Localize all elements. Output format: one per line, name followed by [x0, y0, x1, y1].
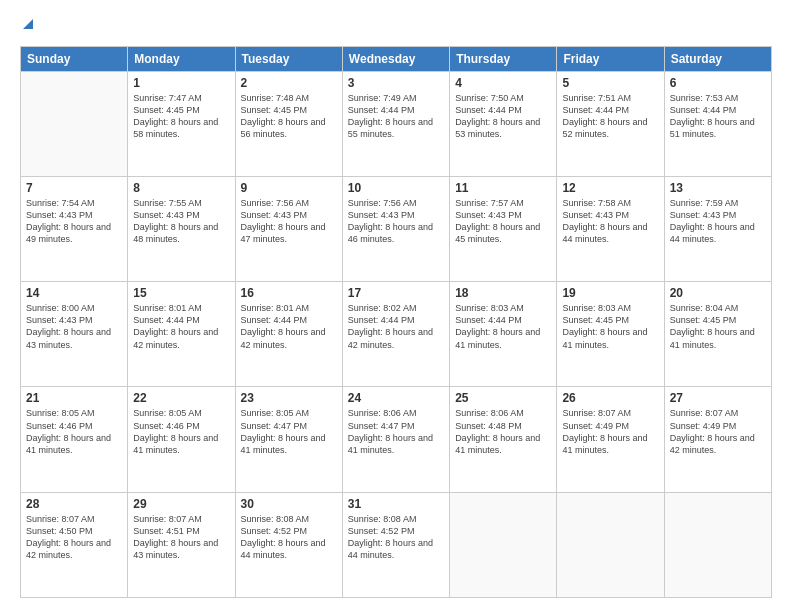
header: [20, 18, 772, 36]
day-info: Sunrise: 7:58 AMSunset: 4:43 PMDaylight:…: [562, 197, 658, 246]
day-number: 28: [26, 497, 122, 511]
day-info: Sunrise: 7:48 AMSunset: 4:45 PMDaylight:…: [241, 92, 337, 141]
day-number: 16: [241, 286, 337, 300]
col-header-saturday: Saturday: [664, 46, 771, 71]
day-number: 1: [133, 76, 229, 90]
day-cell: [664, 492, 771, 597]
day-info: Sunrise: 8:05 AMSunset: 4:46 PMDaylight:…: [133, 407, 229, 456]
day-number: 24: [348, 391, 444, 405]
day-cell: 17Sunrise: 8:02 AMSunset: 4:44 PMDayligh…: [342, 282, 449, 387]
day-info: Sunrise: 8:05 AMSunset: 4:47 PMDaylight:…: [241, 407, 337, 456]
day-cell: 12Sunrise: 7:58 AMSunset: 4:43 PMDayligh…: [557, 176, 664, 281]
day-info: Sunrise: 7:56 AMSunset: 4:43 PMDaylight:…: [241, 197, 337, 246]
week-row-5: 28Sunrise: 8:07 AMSunset: 4:50 PMDayligh…: [21, 492, 772, 597]
day-cell: 29Sunrise: 8:07 AMSunset: 4:51 PMDayligh…: [128, 492, 235, 597]
day-info: Sunrise: 8:03 AMSunset: 4:45 PMDaylight:…: [562, 302, 658, 351]
day-number: 31: [348, 497, 444, 511]
svg-marker-0: [23, 19, 33, 29]
day-cell: 31Sunrise: 8:08 AMSunset: 4:52 PMDayligh…: [342, 492, 449, 597]
week-row-3: 14Sunrise: 8:00 AMSunset: 4:43 PMDayligh…: [21, 282, 772, 387]
logo: [20, 18, 35, 36]
day-number: 13: [670, 181, 766, 195]
day-info: Sunrise: 7:47 AMSunset: 4:45 PMDaylight:…: [133, 92, 229, 141]
day-number: 21: [26, 391, 122, 405]
day-info: Sunrise: 7:53 AMSunset: 4:44 PMDaylight:…: [670, 92, 766, 141]
day-number: 18: [455, 286, 551, 300]
day-cell: [557, 492, 664, 597]
day-info: Sunrise: 7:49 AMSunset: 4:44 PMDaylight:…: [348, 92, 444, 141]
day-cell: 3Sunrise: 7:49 AMSunset: 4:44 PMDaylight…: [342, 71, 449, 176]
col-header-thursday: Thursday: [450, 46, 557, 71]
day-cell: 20Sunrise: 8:04 AMSunset: 4:45 PMDayligh…: [664, 282, 771, 387]
calendar-table: SundayMondayTuesdayWednesdayThursdayFrid…: [20, 46, 772, 598]
day-cell: 16Sunrise: 8:01 AMSunset: 4:44 PMDayligh…: [235, 282, 342, 387]
day-number: 4: [455, 76, 551, 90]
day-number: 20: [670, 286, 766, 300]
day-cell: 13Sunrise: 7:59 AMSunset: 4:43 PMDayligh…: [664, 176, 771, 281]
day-info: Sunrise: 8:08 AMSunset: 4:52 PMDaylight:…: [348, 513, 444, 562]
day-number: 2: [241, 76, 337, 90]
week-row-4: 21Sunrise: 8:05 AMSunset: 4:46 PMDayligh…: [21, 387, 772, 492]
day-info: Sunrise: 8:01 AMSunset: 4:44 PMDaylight:…: [241, 302, 337, 351]
day-info: Sunrise: 8:07 AMSunset: 4:51 PMDaylight:…: [133, 513, 229, 562]
day-number: 6: [670, 76, 766, 90]
week-row-2: 7Sunrise: 7:54 AMSunset: 4:43 PMDaylight…: [21, 176, 772, 281]
day-cell: 10Sunrise: 7:56 AMSunset: 4:43 PMDayligh…: [342, 176, 449, 281]
col-header-monday: Monday: [128, 46, 235, 71]
day-info: Sunrise: 8:06 AMSunset: 4:48 PMDaylight:…: [455, 407, 551, 456]
day-number: 22: [133, 391, 229, 405]
col-header-friday: Friday: [557, 46, 664, 71]
day-info: Sunrise: 7:59 AMSunset: 4:43 PMDaylight:…: [670, 197, 766, 246]
day-number: 19: [562, 286, 658, 300]
day-number: 17: [348, 286, 444, 300]
col-header-tuesday: Tuesday: [235, 46, 342, 71]
day-info: Sunrise: 8:08 AMSunset: 4:52 PMDaylight:…: [241, 513, 337, 562]
day-cell: 23Sunrise: 8:05 AMSunset: 4:47 PMDayligh…: [235, 387, 342, 492]
day-number: 10: [348, 181, 444, 195]
day-info: Sunrise: 7:50 AMSunset: 4:44 PMDaylight:…: [455, 92, 551, 141]
day-cell: 21Sunrise: 8:05 AMSunset: 4:46 PMDayligh…: [21, 387, 128, 492]
day-cell: 27Sunrise: 8:07 AMSunset: 4:49 PMDayligh…: [664, 387, 771, 492]
day-info: Sunrise: 7:54 AMSunset: 4:43 PMDaylight:…: [26, 197, 122, 246]
day-number: 23: [241, 391, 337, 405]
day-info: Sunrise: 8:05 AMSunset: 4:46 PMDaylight:…: [26, 407, 122, 456]
day-cell: 18Sunrise: 8:03 AMSunset: 4:44 PMDayligh…: [450, 282, 557, 387]
day-info: Sunrise: 7:51 AMSunset: 4:44 PMDaylight:…: [562, 92, 658, 141]
day-number: 7: [26, 181, 122, 195]
day-cell: 14Sunrise: 8:00 AMSunset: 4:43 PMDayligh…: [21, 282, 128, 387]
day-cell: 7Sunrise: 7:54 AMSunset: 4:43 PMDaylight…: [21, 176, 128, 281]
header-row: SundayMondayTuesdayWednesdayThursdayFrid…: [21, 46, 772, 71]
day-cell: 8Sunrise: 7:55 AMSunset: 4:43 PMDaylight…: [128, 176, 235, 281]
day-number: 14: [26, 286, 122, 300]
day-info: Sunrise: 8:00 AMSunset: 4:43 PMDaylight:…: [26, 302, 122, 351]
day-cell: 5Sunrise: 7:51 AMSunset: 4:44 PMDaylight…: [557, 71, 664, 176]
day-info: Sunrise: 7:56 AMSunset: 4:43 PMDaylight:…: [348, 197, 444, 246]
day-cell: 4Sunrise: 7:50 AMSunset: 4:44 PMDaylight…: [450, 71, 557, 176]
day-info: Sunrise: 8:02 AMSunset: 4:44 PMDaylight:…: [348, 302, 444, 351]
day-cell: 30Sunrise: 8:08 AMSunset: 4:52 PMDayligh…: [235, 492, 342, 597]
day-info: Sunrise: 8:06 AMSunset: 4:47 PMDaylight:…: [348, 407, 444, 456]
day-number: 3: [348, 76, 444, 90]
day-number: 27: [670, 391, 766, 405]
day-info: Sunrise: 8:03 AMSunset: 4:44 PMDaylight:…: [455, 302, 551, 351]
col-header-wednesday: Wednesday: [342, 46, 449, 71]
day-info: Sunrise: 8:07 AMSunset: 4:50 PMDaylight:…: [26, 513, 122, 562]
day-number: 8: [133, 181, 229, 195]
day-info: Sunrise: 8:01 AMSunset: 4:44 PMDaylight:…: [133, 302, 229, 351]
week-row-1: 1Sunrise: 7:47 AMSunset: 4:45 PMDaylight…: [21, 71, 772, 176]
day-cell: 9Sunrise: 7:56 AMSunset: 4:43 PMDaylight…: [235, 176, 342, 281]
day-cell: 26Sunrise: 8:07 AMSunset: 4:49 PMDayligh…: [557, 387, 664, 492]
day-info: Sunrise: 7:57 AMSunset: 4:43 PMDaylight:…: [455, 197, 551, 246]
day-number: 26: [562, 391, 658, 405]
day-cell: 25Sunrise: 8:06 AMSunset: 4:48 PMDayligh…: [450, 387, 557, 492]
day-cell: 11Sunrise: 7:57 AMSunset: 4:43 PMDayligh…: [450, 176, 557, 281]
day-number: 30: [241, 497, 337, 511]
day-cell: 22Sunrise: 8:05 AMSunset: 4:46 PMDayligh…: [128, 387, 235, 492]
day-info: Sunrise: 8:04 AMSunset: 4:45 PMDaylight:…: [670, 302, 766, 351]
day-info: Sunrise: 8:07 AMSunset: 4:49 PMDaylight:…: [562, 407, 658, 456]
day-cell: 2Sunrise: 7:48 AMSunset: 4:45 PMDaylight…: [235, 71, 342, 176]
day-number: 5: [562, 76, 658, 90]
day-cell: [21, 71, 128, 176]
day-number: 15: [133, 286, 229, 300]
day-number: 25: [455, 391, 551, 405]
